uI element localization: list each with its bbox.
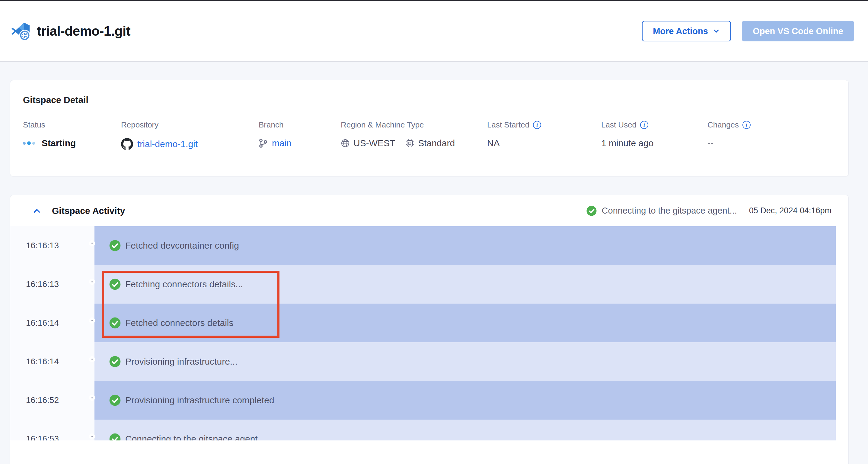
field-changes: Changes i -- — [707, 120, 751, 150]
log-message: Fetched devcontainer config — [125, 240, 239, 251]
repository-link[interactable]: trial-demo-1.git — [137, 139, 198, 149]
log-time: 16:16:13 — [10, 226, 94, 265]
open-vscode-online-button[interactable]: Open VS Code Online — [742, 21, 854, 41]
success-check-icon — [109, 317, 121, 329]
log-message: Provisioning infrastructure... — [125, 356, 238, 367]
activity-timestamp: 05 Dec, 2024 04:16pm — [749, 206, 832, 215]
changes-label: Changes — [707, 120, 739, 129]
timeline-dot-icon — [89, 434, 95, 439]
log-time: 16:16:14 — [10, 342, 94, 381]
info-icon[interactable]: i — [640, 121, 648, 129]
page-title: trial-demo-1.git — [37, 24, 130, 39]
machine-type-icon — [405, 139, 414, 148]
timeline-dot-icon — [89, 240, 95, 246]
timeline-dot-icon — [89, 395, 95, 401]
timeline-dot-icon — [89, 318, 95, 323]
timeline-dot-icon — [89, 356, 95, 362]
changes-value: -- — [707, 138, 751, 148]
starting-spinner-icon — [23, 141, 35, 145]
log-time: 16:16:13 — [10, 265, 94, 303]
machine-type-value: Standard — [418, 138, 455, 148]
status-value: Starting — [42, 138, 76, 148]
globe-icon — [341, 139, 350, 148]
success-check-icon — [109, 278, 121, 290]
activity-status-text: Connecting to the gitspace agent... — [602, 206, 737, 216]
more-actions-label: More Actions — [653, 26, 708, 36]
log-row: 16:16:13 Fetched devcontainer config — [10, 226, 836, 265]
log-message: Fetched connectors details — [125, 318, 234, 328]
last-used-value: 1 minute ago — [601, 138, 707, 148]
branch-label: Branch — [259, 120, 341, 129]
gitspace-activity-heading: Gitspace Activity — [52, 206, 125, 216]
timeline-dot-icon — [89, 279, 95, 285]
success-check-icon — [109, 355, 121, 368]
log-row: 16:16:53 Connecting to the gitspace agen… — [10, 419, 836, 440]
gitspace-detail-card: Gitspace Detail Status Starting Reposito… — [10, 80, 849, 176]
log-row: 16:16:14 Provisioning infrastructure... — [10, 342, 836, 381]
region-machine-label: Region & Machine Type — [341, 120, 487, 129]
log-time: 16:16:14 — [10, 303, 94, 342]
status-label: Status — [23, 120, 121, 129]
field-repository: Repository trial-demo-1.git — [121, 120, 259, 150]
info-icon[interactable]: i — [742, 121, 751, 129]
gitspace-detail-heading: Gitspace Detail — [23, 95, 848, 105]
success-check-icon — [586, 205, 597, 216]
success-check-icon — [109, 394, 121, 406]
log-row: 16:16:52 Provisioning infrastructure com… — [10, 381, 836, 419]
success-check-icon — [109, 239, 121, 252]
repository-label: Repository — [121, 120, 259, 129]
log-time: 16:16:52 — [10, 381, 94, 419]
field-last-started: Last Started i NA — [487, 120, 601, 150]
git-branch-icon — [259, 138, 268, 148]
vscode-online-icon — [11, 22, 30, 41]
field-status: Status Starting — [23, 120, 121, 150]
log-row: 16:16:13 Fetching connectors details... — [10, 265, 836, 303]
activity-log-scroll-area[interactable]: 16:16:13 Fetched devcontainer config 16:… — [10, 226, 836, 440]
last-started-label: Last Started — [487, 120, 529, 129]
log-row: 16:16:14 Fetched connectors details — [10, 303, 836, 342]
last-started-value: NA — [487, 138, 601, 148]
last-used-label: Last Used — [601, 120, 637, 129]
region-value: US-WEST — [353, 138, 395, 148]
log-time: 16:16:53 — [10, 419, 94, 440]
info-icon[interactable]: i — [533, 121, 541, 129]
branch-link[interactable]: main — [272, 138, 291, 148]
field-last-used: Last Used i 1 minute ago — [601, 120, 707, 150]
chevron-down-icon — [712, 27, 720, 35]
log-message: Provisioning infrastructure completed — [125, 395, 274, 405]
gitspace-activity-card: Gitspace Activity Connecting to the gits… — [10, 195, 849, 464]
more-actions-button[interactable]: More Actions — [642, 21, 731, 41]
log-message: Connecting to the gitspace agent — [125, 434, 258, 440]
field-region-machine: Region & Machine Type US-WEST — [341, 120, 487, 150]
chevron-up-icon[interactable] — [32, 206, 42, 216]
success-check-icon — [109, 433, 121, 440]
page-header: trial-demo-1.git More Actions Open VS Co… — [0, 1, 868, 62]
github-icon — [121, 138, 133, 150]
field-branch: Branch main — [259, 120, 341, 150]
log-message: Fetching connectors details... — [125, 279, 243, 289]
